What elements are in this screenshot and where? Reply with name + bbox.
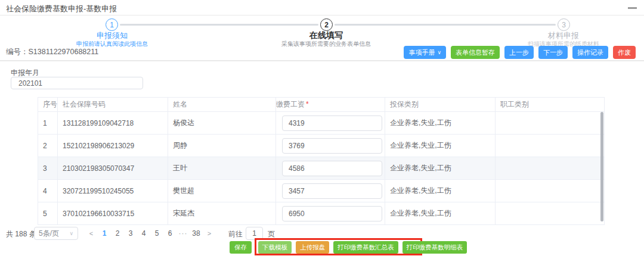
sn-cell: 5 [38,202,58,225]
base-declare-table: 序号 社会保障号码 姓名 缴费工资* 投保类别 职工类别 1 131128199… [38,97,605,225]
page-size-select[interactable]: 5条/页 ∨ [34,227,78,240]
emp-type-cell [496,180,605,202]
manual-label: 事项手册 [408,48,435,57]
ssn-cell: 320721199510245055 [58,180,168,202]
download-template-button[interactable]: 下载模板 [258,241,292,254]
goto-label: 前往 [228,229,243,239]
sn-cell: 1 [38,112,58,135]
form-draft-save-button[interactable]: 表单信息暂存 [451,46,500,59]
step-2-subtitle: 采集该事项所需要的业务表单信息 [281,40,371,48]
col-header-name: 姓名 [168,98,276,112]
salary-input[interactable] [282,206,382,221]
category-cell: 企业养老,失业,工伤 [385,157,496,180]
emp-type-cell [496,135,605,157]
page-button-5[interactable]: 5 [150,227,163,240]
table-header-row: 序号 社会保障号码 姓名 缴费工资* 投保类别 职工类别 [38,98,605,112]
table-row: 3 210302198305070347 王叶 企业养老,失业,工伤 [38,157,605,180]
page-button-4[interactable]: 4 [137,227,150,240]
name-cell: 王叶 [168,157,276,180]
serial-number: 编号：S1381122970688211 [6,47,98,57]
page-button-1[interactable]: 1 [98,227,111,240]
operation-log-button[interactable]: 操作记录 [572,46,608,59]
salary-input[interactable] [282,183,382,199]
salary-header-text: 缴费工资 [276,100,305,108]
ssn-cell: 152102198906213029 [58,135,168,157]
manual-dropdown-button[interactable]: 事项手册 ∨ [404,46,446,59]
col-header-category: 投保类别 [385,98,496,112]
prev-step-button[interactable]: 上一步 [504,46,534,59]
category-cell: 企业养老,失业,工伤 [385,180,496,202]
page-button-3[interactable]: 3 [124,227,137,240]
sn-cell: 4 [38,180,58,202]
title-bar: 社会保险缴费基数申报-基数申报 [0,0,644,15]
salary-input[interactable] [282,161,382,176]
step-2-number: 2 [324,21,329,29]
pager: < 1 2 3 4 5 6 ··· 38 > [85,227,216,240]
ssn-cell: 370102196610033715 [58,202,168,225]
page-title: 社会保险缴费基数申报-基数申报 [6,4,117,14]
step-3-circle: 3 [558,18,570,31]
step-1-number: 1 [110,21,114,29]
page-button-38[interactable]: 38 [190,227,203,240]
serial-value: S1381122970688211 [29,48,99,56]
emp-type-cell [496,202,605,225]
more-pages-icon[interactable]: ··· [177,227,190,240]
col-header-ssn: 社会保障号码 [58,98,168,112]
pagination: 共 188 条 5条/页 ∨ < 1 2 3 4 5 6 ··· 38 > 前往… [0,226,644,241]
salary-cell [276,112,385,135]
name-cell: 杨俊达 [168,112,276,135]
sn-cell: 3 [38,157,58,180]
void-button[interactable]: 作废 [613,46,636,59]
emp-type-cell [496,112,605,135]
table-row: 5 370102196610033715 宋延杰 企业养老,失业,工伤 [38,202,605,225]
serial-label: 编号： [6,48,29,56]
minimize-icon[interactable] [628,7,637,9]
category-cell: 企业养老,失业,工伤 [385,202,496,225]
save-button[interactable]: 保存 [230,241,252,254]
print-base-detail-button[interactable]: 打印缴费基数明细表 [402,241,467,254]
table-scrollbar[interactable] [600,112,603,221]
goto-page-input[interactable] [246,227,263,240]
category-cell: 企业养老,失业,工伤 [385,135,496,157]
col-header-emp-type: 职工类别 [496,98,605,112]
goto-suffix-label: 页 [268,229,275,239]
page-button-2[interactable]: 2 [111,227,124,240]
step-1-circle: 1 [106,18,118,31]
chevron-down-icon: ∨ [437,50,441,55]
toolbar: 事项手册 ∨ 表单信息暂存 上一步 下一步 操作记录 作废 [404,46,636,59]
page-size-value: 5条/页 [39,229,59,239]
chevron-down-icon: ∨ [69,230,73,236]
step-connector-1 [120,24,318,26]
col-header-sn: 序号 [38,98,58,112]
salary-input[interactable] [282,138,382,154]
step-3-number: 3 [562,21,566,29]
salary-cell [276,202,385,225]
ssn-cell: 210302198305070347 [58,157,168,180]
table-row: 1 131128199109042718 杨俊达 企业养老,失业,工伤 [38,112,605,135]
table-row: 2 152102198906213029 周静 企业养老,失业,工伤 [38,135,605,157]
name-cell: 周静 [168,135,276,157]
upload-report-button[interactable]: 上传报盘 [296,241,329,254]
table-row: 4 320721199510245055 樊世超 企业养老,失业,工伤 [38,180,605,202]
section-divider [0,60,644,61]
footer-button-group: 下载模板 上传报盘 打印缴费基数汇总表 打印缴费基数明细表 [258,241,467,254]
step-2-circle: 2 [320,18,333,31]
next-step-button[interactable]: 下一步 [538,46,568,59]
declare-month-input[interactable] [11,77,143,89]
prev-page-button[interactable]: < [85,227,98,240]
sn-cell: 2 [38,135,58,157]
salary-cell [276,180,385,202]
total-count-label: 共 188 条 [6,229,36,239]
name-cell: 樊世超 [168,180,276,202]
page-button-6[interactable]: 6 [163,227,177,240]
name-cell: 宋延杰 [168,202,276,225]
salary-input[interactable] [282,115,382,131]
print-base-summary-button[interactable]: 打印缴费基数汇总表 [333,241,398,254]
step-connector-2 [335,24,556,26]
app-window: 社会保险缴费基数申报-基数申报 1 申报须知 申报前请认真阅读此项信息 2 在线… [0,0,644,256]
ssn-cell: 131128199109042718 [58,112,168,135]
salary-cell [276,135,385,157]
salary-cell [276,157,385,180]
next-page-button[interactable]: > [203,227,216,240]
category-cell: 企业养老,失业,工伤 [385,112,496,135]
